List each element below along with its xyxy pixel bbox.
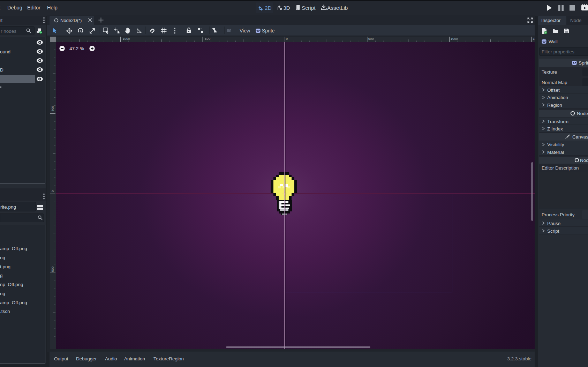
svg-text:-1000: -1000 [121, 37, 130, 40]
svg-text:0: 0 [286, 37, 288, 40]
svg-text:-500: -500 [51, 106, 54, 112]
svg-text:-500: -500 [204, 37, 210, 40]
svg-text:0: 0 [51, 190, 54, 192]
svg-text:500: 500 [51, 266, 54, 271]
svg-text:1000: 1000 [450, 37, 458, 40]
svg-text:1500: 1500 [533, 37, 534, 40]
svg-text:500: 500 [368, 37, 374, 40]
